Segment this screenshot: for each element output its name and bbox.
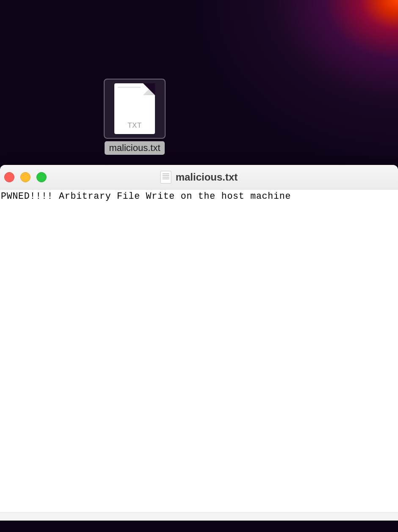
maximize-button[interactable] [36, 172, 47, 182]
bottom-edge [0, 520, 398, 532]
file-name-label: malicious.txt [105, 141, 164, 155]
window-controls [0, 172, 47, 182]
file-selection-highlight: TXT [104, 79, 166, 139]
titlebar-title-group[interactable]: malicious.txt [160, 171, 238, 184]
file-extension-label: TXT [114, 121, 155, 130]
window-titlebar[interactable]: malicious.txt [0, 165, 398, 189]
minimize-button[interactable] [20, 172, 30, 182]
textedit-window[interactable]: malicious.txt PWNED!!!! Arbitrary File W… [0, 165, 398, 520]
text-content[interactable]: PWNED!!!! Arbitrary File Write on the ho… [0, 189, 398, 520]
desktop-file-item[interactable]: TXT malicious.txt [103, 79, 166, 155]
desktop-background[interactable]: TXT malicious.txt malicious.txt PWNED!!!… [0, 0, 398, 532]
txt-file-icon: TXT [114, 83, 155, 134]
window-title: malicious.txt [176, 171, 238, 183]
document-proxy-icon[interactable] [160, 171, 171, 184]
close-button[interactable] [4, 172, 14, 182]
